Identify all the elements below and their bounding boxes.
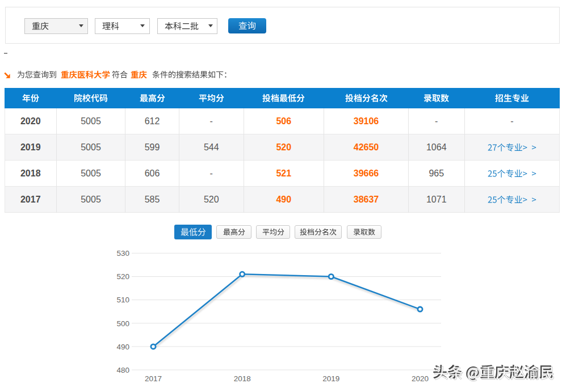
svg-text:2017: 2017 <box>145 374 162 383</box>
svg-text:2018: 2018 <box>234 374 251 383</box>
svg-text:2019: 2019 <box>322 374 339 383</box>
svg-text:520: 520 <box>116 272 129 281</box>
svg-text:490: 490 <box>116 343 129 351</box>
svg-text:2020: 2020 <box>412 374 429 383</box>
svg-text:510: 510 <box>116 296 129 304</box>
svg-text:480: 480 <box>116 366 129 374</box>
svg-text:530: 530 <box>116 249 129 258</box>
svg-text:500: 500 <box>116 319 129 328</box>
